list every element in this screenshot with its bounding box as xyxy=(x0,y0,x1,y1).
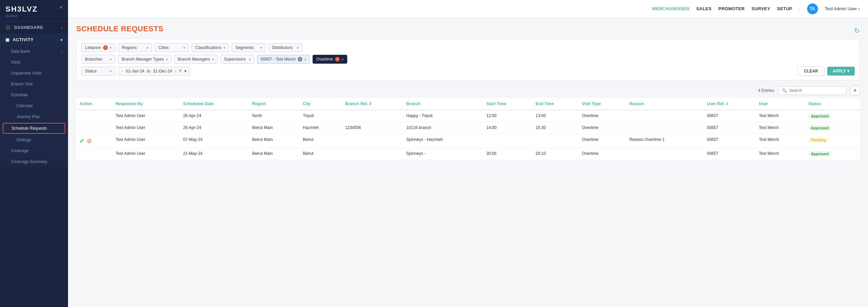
status-caret: ▾ xyxy=(110,69,112,73)
cell-reason-1 xyxy=(626,122,704,134)
page-content: SCHEDULE REQUESTS ↻ Lebanon × ▾ Regions … xyxy=(68,18,868,307)
refresh-icon[interactable]: ↻ xyxy=(854,27,860,35)
filter-cities[interactable]: Cities ▾ xyxy=(155,43,189,52)
filter-bar: Lebanon × ▾ Regions ▾ Cities ▾ Classific… xyxy=(76,39,860,80)
sidebar-item-journey-plan[interactable]: Journey Plan xyxy=(0,111,68,122)
filter-branch-managers[interactable]: Branch Managers ▾ xyxy=(174,55,218,64)
dashboard-icon: ⬛ xyxy=(5,25,11,30)
add-button[interactable]: + xyxy=(850,86,860,95)
sidebar-item-coverage[interactable]: Coverage xyxy=(0,145,68,156)
cell-status-1: Approved xyxy=(805,122,860,134)
sidebar-item-settings[interactable]: Settings xyxy=(0,134,68,145)
country-clear-icon[interactable]: × xyxy=(103,45,108,50)
filter-country[interactable]: Lebanon × ▾ xyxy=(81,43,115,52)
table-header-row: Action Requested By Scheduled Date Regio… xyxy=(76,98,860,110)
clear-button[interactable]: CLEAR xyxy=(798,66,824,76)
data-table: Action Requested By Scheduled Date Regio… xyxy=(76,98,860,160)
sidebar-item-branch-visit[interactable]: Branch Visit xyxy=(0,79,68,90)
data-bank-chevron: › xyxy=(61,49,63,54)
cell-branch-3: Spinneys - xyxy=(403,148,483,160)
sidebar-item-schedule[interactable]: Schedule xyxy=(0,90,68,100)
filter-segments[interactable]: Segments ▾ xyxy=(232,43,266,52)
logo-version: v5.243.0 xyxy=(5,14,38,18)
search-input[interactable] xyxy=(789,88,842,93)
supervisors-caret: ▾ xyxy=(249,58,251,61)
sidebar-item-dashboard[interactable]: ⬛ DASHBOARD › xyxy=(0,21,68,34)
nav-promoter[interactable]: PROMOTER xyxy=(718,6,745,11)
search-icon: 🔍 xyxy=(782,88,787,93)
distributors-label: Distributors xyxy=(272,45,293,50)
visit-type-clear-icon[interactable]: × xyxy=(335,57,340,62)
sidebar-item-schedule-requests[interactable]: Schedule Requests xyxy=(3,123,65,134)
filter-classifications[interactable]: Classifications ▾ xyxy=(191,43,229,52)
cell-requested-by-0: Test Admin User xyxy=(112,110,180,122)
nav-merchandiser[interactable]: MERCHANDISER xyxy=(652,6,689,11)
date-next-arrow[interactable]: › xyxy=(175,69,176,74)
cell-scheduled-date-0: 26-Apr-24 xyxy=(180,110,249,122)
sidebar: SH3LVZ v5.243.0 × ⬛ DASHBOARD › ▦ ACTIVI… xyxy=(0,0,68,307)
cancel-icon-2[interactable]: ⊘ xyxy=(87,137,92,145)
close-icon[interactable]: × xyxy=(60,5,63,10)
date-separator: to xyxy=(147,69,150,74)
cell-start-time-2 xyxy=(483,134,532,148)
nav-setup[interactable]: SETUP xyxy=(777,6,792,11)
search-box[interactable]: 🔍 xyxy=(778,86,846,95)
filter-row-1: Lebanon × ▾ Regions ▾ Cities ▾ Classific… xyxy=(81,43,855,52)
filter-status[interactable]: Status ▾ xyxy=(81,67,115,76)
cell-end-time-1: 15:30 xyxy=(532,122,579,134)
user-name[interactable]: Test Admin User ▾ xyxy=(825,6,860,11)
nav-sales[interactable]: SALES xyxy=(696,6,712,11)
branches-caret: ▾ xyxy=(110,58,112,61)
filter-visit-type[interactable]: Overtime × ▾ xyxy=(313,55,347,64)
col-scheduled-date: Scheduled Date xyxy=(180,98,249,110)
apply-button[interactable]: APPLY ▾ xyxy=(827,67,855,76)
approve-icon-2[interactable]: ✔ xyxy=(80,137,85,145)
sidebar-item-data-bank[interactable]: Data Bank › xyxy=(0,46,68,57)
col-city: City xyxy=(299,98,341,110)
sidebar-item-calendar[interactable]: Calendar xyxy=(0,100,68,111)
filter-branches[interactable]: Branches ▾ xyxy=(81,55,115,64)
date-filter[interactable]: ‹ 01-Jan-24 to 31-Dec-24 › Y ▾ xyxy=(118,67,190,76)
date-prev-arrow[interactable]: ‹ xyxy=(122,69,123,74)
merch-clear-icon[interactable]: × xyxy=(298,57,302,62)
branches-label: Branches xyxy=(85,57,102,62)
visit-type-caret: ▾ xyxy=(342,58,344,61)
cell-region-1: Beirut Main xyxy=(249,122,299,134)
country-value: Lebanon xyxy=(85,45,101,50)
sidebar-item-coverage-summary[interactable]: Coverage Summary xyxy=(0,156,68,167)
branch-manager-types-label: Branch Manager Types xyxy=(122,57,164,62)
cell-city-0: Tripoli xyxy=(299,110,341,122)
filter-supervisors[interactable]: Supervisors ▾ xyxy=(220,55,254,64)
table-row: ✔⊘ Test Admin User 07-May-24 Beirut Main… xyxy=(76,134,860,148)
filter-merch[interactable]: 00657 - Test Merch × ▾ xyxy=(257,55,310,64)
cell-city-2: Beirut xyxy=(299,134,341,148)
cell-action-1 xyxy=(76,122,112,134)
date-period-caret: ▾ xyxy=(184,69,186,74)
cell-reason-0 xyxy=(626,110,704,122)
cell-scheduled-date-3: 21-May-24 xyxy=(180,148,249,160)
cell-branch-1: 10134 branch xyxy=(403,122,483,134)
entries-count: 4 Entries xyxy=(758,88,774,93)
table-body: Test Admin User 26-Apr-24 North Tripoli … xyxy=(76,110,860,160)
sidebar-item-visits[interactable]: Visits xyxy=(0,57,68,68)
classifications-caret: ▾ xyxy=(223,46,225,50)
filter-distributors[interactable]: Distributors ▾ xyxy=(268,43,302,52)
filter-regions[interactable]: Regions ▾ xyxy=(118,43,152,52)
nav-survey[interactable]: SURVEY xyxy=(751,6,770,11)
cell-scheduled-date-1: 26-Apr-24 xyxy=(180,122,249,134)
activity-chevron: ▾ xyxy=(61,38,63,42)
cell-visit-type-0: Overtime xyxy=(579,110,626,122)
segments-caret: ▾ xyxy=(260,46,262,50)
cell-branch-ref-1: 1234556 xyxy=(342,122,403,134)
apply-caret: ▾ xyxy=(847,69,849,74)
cell-branch-2: Spinneys - Hazmieh xyxy=(403,134,483,148)
main-area: MERCHANDISER SALES PROMOTER SURVEY SETUP… xyxy=(68,0,868,307)
cell-end-time-0: 13:00 xyxy=(532,110,579,122)
filter-branch-manager-types[interactable]: Branch Manager Types ▾ xyxy=(118,55,171,64)
status-label: Status xyxy=(85,69,97,74)
cell-status-3: Approved xyxy=(805,148,860,160)
sidebar-item-activity[interactable]: ▦ ACTIVITY ▾ xyxy=(0,34,68,46)
logo-text: SH3LVZ xyxy=(5,5,38,14)
sidebar-item-unplanned-visits[interactable]: Unplanned Visits xyxy=(0,68,68,79)
cell-user-2: Test Merch xyxy=(755,134,805,148)
